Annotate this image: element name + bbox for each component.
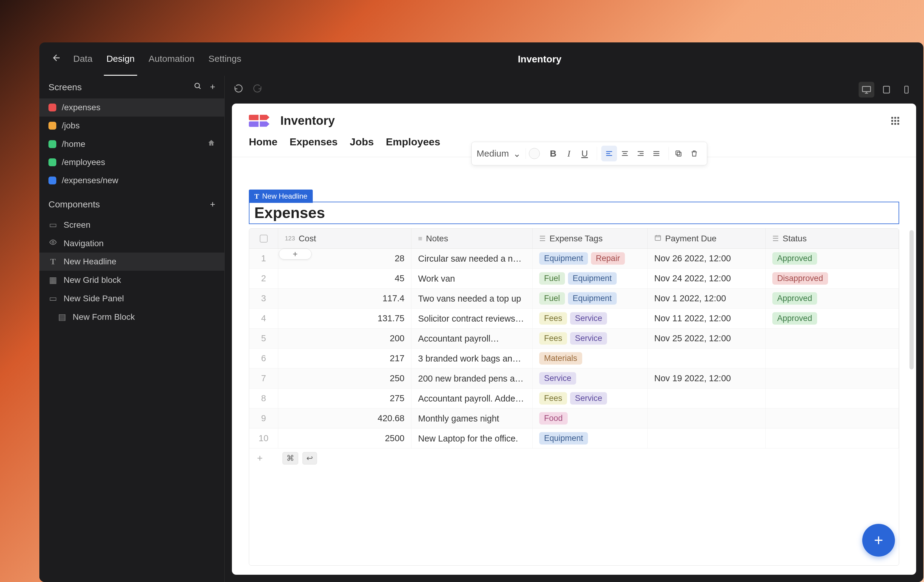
scrollbar[interactable] xyxy=(909,230,914,369)
cell-notes[interactable]: Circular saw needed a new… xyxy=(411,249,533,269)
cell-status[interactable]: Approved xyxy=(766,289,899,309)
cell-cost[interactable]: 250 xyxy=(278,369,411,389)
cell-notes[interactable]: New Laptop for the office. xyxy=(411,428,533,448)
cell-due[interactable] xyxy=(648,408,766,428)
cell-notes[interactable]: 3 branded work bags and… xyxy=(411,349,533,369)
cell-tags[interactable]: Food xyxy=(533,408,648,428)
cell-notes[interactable]: Monthly games night xyxy=(411,408,533,428)
cell-tags[interactable]: FuelEquipment xyxy=(533,289,648,309)
component-item[interactable]: ▦ New Grid block xyxy=(40,271,224,289)
cell-notes[interactable]: Work van xyxy=(411,269,533,289)
table-row[interactable]: 6 217 3 branded work bags and… Materials xyxy=(249,349,899,369)
nav-home[interactable]: Home xyxy=(249,136,277,148)
table-row[interactable]: 10 2500 New Laptop for the office. Equip… xyxy=(249,428,899,448)
search-icon[interactable] xyxy=(193,82,202,93)
cell-tags[interactable]: FeesService xyxy=(533,309,648,329)
table-row[interactable]: 2 45 Work van FuelEquipment Nov 24 2022,… xyxy=(249,269,899,289)
cell-tags[interactable]: FeesService xyxy=(533,329,648,349)
align-right-button[interactable] xyxy=(633,146,648,161)
nav-employees[interactable]: Employees xyxy=(386,136,441,148)
cell-notes[interactable]: Two vans needed a top up xyxy=(411,289,533,309)
font-size-select[interactable]: Medium ⌄ xyxy=(477,148,526,159)
cell-due[interactable]: Nov 19 2022, 12:00 xyxy=(648,369,766,389)
table-row[interactable]: 5 200 Accountant payroll… FeesService No… xyxy=(249,329,899,349)
nav-expenses[interactable]: Expenses xyxy=(289,136,338,148)
cell-status[interactable]: Approved xyxy=(766,309,899,329)
underline-button[interactable]: U xyxy=(577,146,592,161)
cell-notes[interactable]: Solicitor contract reviews for… xyxy=(411,309,533,329)
add-row-button[interactable]: + xyxy=(257,453,278,464)
table-row[interactable]: 3 117.4 Two vans needed a top up FuelEqu… xyxy=(249,289,899,309)
cell-due[interactable]: Nov 1 2022, 12:00 xyxy=(648,289,766,309)
cell-due[interactable] xyxy=(648,349,766,369)
add-column-button[interactable]: + xyxy=(279,249,312,260)
cell-tags[interactable]: Service xyxy=(533,369,648,389)
cell-due[interactable] xyxy=(648,428,766,448)
headline-element[interactable]: Expenses xyxy=(249,202,899,224)
cell-tags[interactable]: FuelEquipment xyxy=(533,269,648,289)
cell-status[interactable] xyxy=(766,408,899,428)
cell-cost[interactable]: 117.4 xyxy=(278,289,411,309)
apps-grid-icon[interactable] xyxy=(891,117,899,125)
delete-button[interactable] xyxy=(686,146,702,161)
device-tablet-icon[interactable] xyxy=(879,82,894,98)
cell-due[interactable]: Nov 26 2022, 12:00 xyxy=(648,249,766,269)
cell-status[interactable] xyxy=(766,349,899,369)
cell-cost[interactable]: 131.75 xyxy=(278,309,411,329)
component-item[interactable]: T New Headline xyxy=(40,253,224,271)
text-color-picker[interactable] xyxy=(529,148,540,159)
cell-cost[interactable]: 275 xyxy=(278,389,411,408)
table-row[interactable]: 9 420.68 Monthly games night Food xyxy=(249,408,899,428)
cell-cost[interactable]: 200 xyxy=(278,329,411,349)
cell-cost[interactable]: 420.68 xyxy=(278,408,411,428)
tab-design[interactable]: Design xyxy=(104,43,137,76)
add-fab-button[interactable]: + xyxy=(862,524,895,557)
screen-item[interactable]: /jobs xyxy=(40,117,224,135)
duplicate-button[interactable] xyxy=(671,146,686,161)
screen-item[interactable]: /employees xyxy=(40,153,224,171)
add-screen-icon[interactable]: + xyxy=(210,82,215,93)
component-item[interactable]: ▤ New Form Block xyxy=(40,308,224,326)
cell-status[interactable]: Disapproved xyxy=(766,269,899,289)
device-mobile-icon[interactable] xyxy=(899,82,914,98)
component-item[interactable]: Navigation xyxy=(40,234,224,253)
cell-status[interactable] xyxy=(766,389,899,408)
cell-tags[interactable]: Materials xyxy=(533,349,648,369)
cell-notes[interactable]: 200 new branded pens and 4… xyxy=(411,369,533,389)
undo-icon[interactable] xyxy=(234,84,243,96)
cell-tags[interactable]: EquipmentRepair xyxy=(533,249,648,269)
bold-button[interactable]: B xyxy=(545,146,561,161)
col-tags[interactable]: ☰Expense Tags xyxy=(533,229,648,248)
screen-item[interactable]: /expenses/new xyxy=(40,171,224,190)
cell-status[interactable] xyxy=(766,369,899,389)
italic-button[interactable]: I xyxy=(561,146,577,161)
nav-jobs[interactable]: Jobs xyxy=(350,136,374,148)
cell-due[interactable]: Nov 25 2022, 12:00 xyxy=(648,329,766,349)
component-item[interactable]: ▭ Screen xyxy=(40,216,224,234)
cell-tags[interactable]: Equipment xyxy=(533,428,648,448)
table-row[interactable]: 1 28 Circular saw needed a new… Equipmen… xyxy=(249,249,899,269)
col-notes[interactable]: ≡Notes xyxy=(411,229,533,248)
cell-notes[interactable]: Accountant payroll… xyxy=(411,329,533,349)
col-due[interactable]: Payment Due xyxy=(648,229,766,248)
cell-status[interactable]: Approved xyxy=(766,249,899,269)
col-status[interactable]: ☰Status xyxy=(766,229,899,248)
cell-tags[interactable]: FeesService xyxy=(533,389,648,408)
align-justify-button[interactable] xyxy=(648,146,664,161)
redo-icon[interactable] xyxy=(252,84,262,96)
tab-data[interactable]: Data xyxy=(71,43,95,76)
table-row[interactable]: 8 275 Accountant payroll. Added n… FeesS… xyxy=(249,389,899,408)
component-item[interactable]: ▭ New Side Panel xyxy=(40,289,224,308)
cell-due[interactable]: Nov 11 2022, 12:00 xyxy=(648,309,766,329)
table-row[interactable]: 7 250 200 new branded pens and 4… Servic… xyxy=(249,369,899,389)
back-icon[interactable] xyxy=(51,53,62,66)
col-cost[interactable]: 123Cost xyxy=(278,229,411,248)
add-component-icon[interactable]: + xyxy=(210,199,215,210)
cell-notes[interactable]: Accountant payroll. Added n… xyxy=(411,389,533,408)
device-desktop-icon[interactable] xyxy=(859,82,874,98)
screen-item[interactable]: /expenses xyxy=(40,98,224,117)
cell-cost[interactable]: 45 xyxy=(278,269,411,289)
cell-due[interactable] xyxy=(648,389,766,408)
cell-due[interactable]: Nov 24 2022, 12:00 xyxy=(648,269,766,289)
align-left-button[interactable] xyxy=(601,146,617,161)
